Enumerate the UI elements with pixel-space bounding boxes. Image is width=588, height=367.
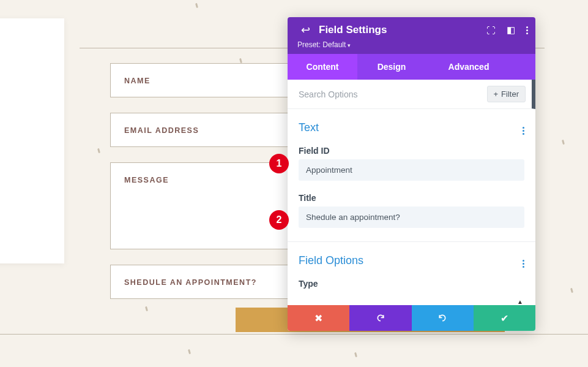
preset-selector[interactable]: Preset: Default▾: [297, 40, 526, 49]
left-content-card: ge asse nec. leo.: [0, 18, 64, 263]
name-label: NAME: [124, 77, 151, 85]
field-id-label: Field ID: [288, 138, 535, 159]
preset-label: Preset: Default: [297, 40, 346, 49]
appointment-label: SHEDULE AN APPOINTMENT?: [124, 278, 257, 287]
message-label: MESSAGE: [124, 176, 169, 184]
email-label: EMAIL ADDRESS: [124, 126, 199, 135]
back-icon[interactable]: ↩: [301, 23, 310, 37]
lorem-line-2: leo.: [0, 232, 52, 247]
type-label: Type: [288, 271, 535, 292]
panel-title: Field Settings: [319, 24, 387, 36]
tab-content[interactable]: Content: [288, 54, 357, 80]
columns-icon[interactable]: ◧: [507, 25, 515, 36]
field-id-input[interactable]: [299, 159, 524, 181]
undo-button[interactable]: [349, 305, 411, 331]
undo-icon: [376, 314, 385, 322]
field-settings-panel: ↩ Field Settings ⛶ ◧ Preset: Default▾ Co…: [288, 17, 535, 331]
expand-icon[interactable]: ⛶: [486, 25, 496, 36]
type-select[interactable]: ▲: [299, 296, 524, 305]
divider-bottom: [0, 334, 588, 335]
page-heading-fragment: ge: [0, 74, 52, 106]
section-text-menu-icon[interactable]: [523, 120, 524, 135]
save-button[interactable]: ✔: [474, 305, 535, 331]
section-text-title: Text: [299, 121, 319, 134]
tab-design[interactable]: Design: [357, 54, 426, 80]
panel-body: Text Field ID Title Field Options Type ▲: [288, 109, 535, 305]
triangle-up-icon: ▲: [517, 298, 523, 305]
tab-advanced[interactable]: Advanced: [426, 54, 512, 80]
search-options-input[interactable]: Search Options: [299, 89, 358, 99]
filter-button[interactable]: + Filter: [487, 86, 526, 102]
section-field-options-menu-icon[interactable]: [523, 253, 524, 268]
panel-tabs: Content Design Advanced: [288, 54, 535, 80]
redo-button[interactable]: [412, 305, 474, 331]
panel-header: ↩ Field Settings ⛶ ◧ Preset: Default▾: [288, 17, 535, 54]
section-text-header[interactable]: Text: [288, 109, 535, 138]
section-field-options-title: Field Options: [299, 254, 363, 267]
search-row: Search Options + Filter: [288, 80, 535, 109]
panel-footer: ✖ ✔: [288, 305, 535, 331]
filter-label: Filter: [501, 89, 519, 99]
redo-icon: [438, 314, 447, 322]
panel-menu-icon[interactable]: [526, 26, 528, 34]
cancel-button[interactable]: ✖: [288, 305, 349, 331]
plus-icon: +: [494, 89, 499, 99]
section-field-options-header[interactable]: Field Options: [288, 242, 535, 271]
title-label: Title: [288, 181, 535, 206]
title-input[interactable]: [299, 206, 524, 228]
lorem-line-1: asse nec.: [0, 216, 52, 232]
caret-down-icon: ▾: [348, 42, 351, 48]
